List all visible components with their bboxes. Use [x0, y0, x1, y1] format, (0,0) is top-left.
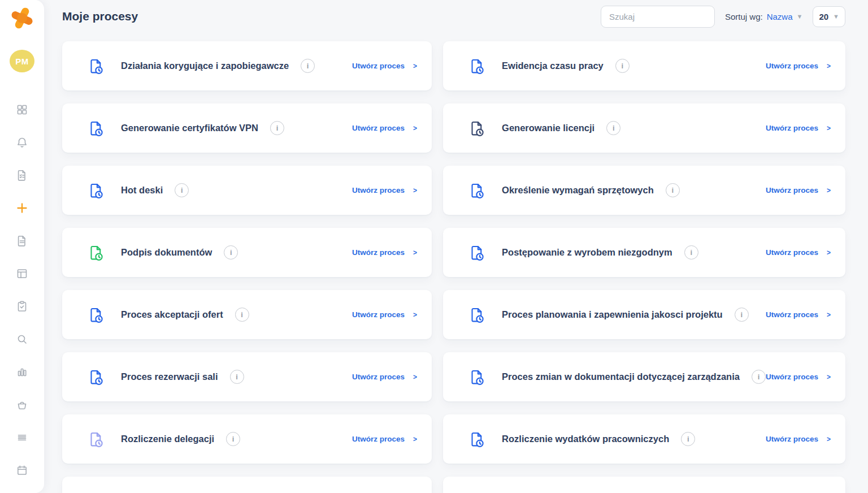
- page-size-select[interactable]: 20 ▼: [813, 6, 845, 27]
- document-icon[interactable]: [12, 231, 32, 251]
- document-clock-icon: [88, 58, 105, 75]
- create-process-link[interactable]: Utwórz proces >: [766, 248, 831, 257]
- create-process-label: Utwórz proces: [352, 310, 405, 319]
- create-process-link[interactable]: Utwórz proces >: [766, 435, 831, 443]
- clipboard-check-icon[interactable]: [12, 296, 32, 317]
- create-process-link[interactable]: Utwórz proces >: [766, 373, 831, 381]
- info-icon[interactable]: i: [224, 245, 238, 260]
- create-process-link[interactable]: Utwórz proces >: [766, 62, 831, 70]
- info-icon[interactable]: i: [226, 432, 240, 446]
- document-clock-icon: [468, 58, 485, 75]
- create-process-link[interactable]: Utwórz proces >: [352, 435, 417, 443]
- grid-icon[interactable]: [12, 100, 32, 120]
- process-title: Proces zmian w dokumentacji dotyczącej z…: [502, 371, 740, 382]
- info-icon[interactable]: i: [301, 59, 315, 73]
- add-plus-icon[interactable]: [12, 198, 32, 218]
- process-card-partial: [62, 477, 432, 493]
- avatar[interactable]: PM: [10, 50, 34, 72]
- bell-icon[interactable]: [12, 132, 32, 153]
- search-icon[interactable]: [12, 329, 32, 349]
- process-card: Proces planowania i zapewnienia jakosci …: [443, 290, 845, 339]
- chevron-right-icon: >: [413, 187, 417, 194]
- document-clock-icon: [88, 244, 105, 261]
- chevron-right-icon: >: [413, 62, 417, 70]
- process-title: Ewidencja czasu pracy: [502, 60, 604, 71]
- document-clock-icon: [88, 306, 105, 323]
- process-card: Ewidencja czasu pracy i Utwórz proces >: [443, 41, 845, 90]
- create-process-link[interactable]: Utwórz proces >: [352, 124, 417, 132]
- create-process-label: Utwórz proces: [352, 124, 405, 132]
- process-title: Hot deski: [121, 185, 163, 196]
- create-process-link[interactable]: Utwórz proces >: [352, 310, 417, 319]
- info-icon[interactable]: i: [681, 432, 695, 446]
- create-process-link[interactable]: Utwórz proces >: [766, 124, 831, 132]
- menu-icon[interactable]: [12, 427, 32, 448]
- sort-control[interactable]: Sortuj wg: Nazwa ▼: [725, 12, 802, 21]
- document-clock-icon: [468, 244, 485, 261]
- basket-icon[interactable]: [12, 395, 32, 415]
- info-icon[interactable]: i: [175, 183, 189, 197]
- sidebar-nav: [12, 100, 32, 493]
- process-card: Działania korygujące i zapobiegawcze i U…: [62, 41, 432, 90]
- brand-logo: [8, 5, 36, 32]
- process-card: Rozliczenie wydatków pracowniczych i Utw…: [443, 414, 845, 464]
- process-title: Generowanie licencji: [502, 123, 594, 133]
- sidebar: PM: [0, 0, 44, 493]
- chevron-right-icon: >: [413, 373, 417, 381]
- process-card: Proces zmian w dokumentacji dotyczącej z…: [443, 352, 845, 401]
- process-card: Generowanie certyfikatów VPN i Utwórz pr…: [62, 103, 432, 153]
- create-process-label: Utwórz proces: [352, 186, 405, 194]
- search-input[interactable]: [601, 6, 715, 28]
- process-card: Podpis dokumentów i Utwórz proces >: [62, 228, 432, 277]
- process-card: Generowanie licencji i Utwórz proces >: [443, 103, 845, 153]
- info-icon[interactable]: i: [615, 59, 630, 73]
- document-checklist-icon[interactable]: [12, 165, 32, 185]
- process-title: Określenie wymagań sprzętowych: [502, 185, 654, 196]
- process-title: Proces akceptacji ofert: [121, 309, 223, 320]
- bar-chart-icon[interactable]: [12, 362, 32, 382]
- create-process-label: Utwórz proces: [352, 435, 405, 443]
- page-size-value: 20: [819, 12, 828, 21]
- info-icon[interactable]: i: [735, 308, 749, 322]
- header-controls: Sortuj wg: Nazwa ▼ 20 ▼: [601, 6, 845, 28]
- process-title: Generowanie certyfikatów VPN: [121, 123, 258, 133]
- chevron-down-icon: ▼: [797, 14, 803, 20]
- create-process-link[interactable]: Utwórz proces >: [352, 62, 417, 70]
- process-title: Proces rezerwacji sali: [121, 371, 218, 382]
- calendar-icon[interactable]: [12, 460, 32, 481]
- create-process-link[interactable]: Utwórz proces >: [352, 248, 417, 257]
- process-title: Postępowanie z wyrobem niezgodnym: [502, 247, 672, 258]
- info-icon[interactable]: i: [684, 245, 698, 260]
- process-title: Proces planowania i zapewnienia jakosci …: [502, 309, 723, 320]
- chevron-right-icon: >: [827, 373, 831, 381]
- info-icon[interactable]: i: [270, 121, 284, 135]
- chevron-right-icon: >: [413, 311, 417, 319]
- create-process-link[interactable]: Utwórz proces >: [352, 186, 417, 194]
- create-process-link[interactable]: Utwórz proces >: [766, 310, 831, 319]
- document-clock-icon: [468, 431, 485, 448]
- create-process-label: Utwórz proces: [766, 435, 818, 443]
- sort-value[interactable]: Nazwa: [767, 12, 793, 21]
- chevron-right-icon: >: [413, 435, 417, 443]
- process-card: Proces akceptacji ofert i Utwórz proces …: [62, 290, 432, 339]
- create-process-label: Utwórz proces: [766, 186, 818, 194]
- info-icon[interactable]: i: [235, 308, 249, 322]
- info-icon[interactable]: i: [230, 370, 244, 384]
- process-card: Proces rezerwacji sali i Utwórz proces >: [62, 352, 432, 401]
- create-process-label: Utwórz proces: [766, 310, 818, 319]
- chevron-right-icon: >: [827, 124, 831, 132]
- chevron-right-icon: >: [413, 249, 417, 257]
- process-title: Rozliczenie wydatków pracowniczych: [502, 434, 669, 444]
- create-process-link[interactable]: Utwórz proces >: [352, 373, 417, 381]
- info-icon[interactable]: i: [752, 370, 766, 384]
- document-clock-icon: [468, 369, 485, 386]
- process-card: Określenie wymagań sprzętowych i Utwórz …: [443, 166, 845, 215]
- create-process-label: Utwórz proces: [766, 373, 818, 381]
- create-process-link[interactable]: Utwórz proces >: [766, 186, 831, 194]
- info-icon[interactable]: i: [606, 121, 620, 135]
- process-card: Postępowanie z wyrobem niezgodnym i Utwó…: [443, 228, 845, 277]
- process-card-partial: [443, 477, 845, 493]
- sort-label: Sortuj wg:: [725, 12, 763, 21]
- layout-icon[interactable]: [12, 263, 32, 284]
- info-icon[interactable]: i: [666, 183, 680, 197]
